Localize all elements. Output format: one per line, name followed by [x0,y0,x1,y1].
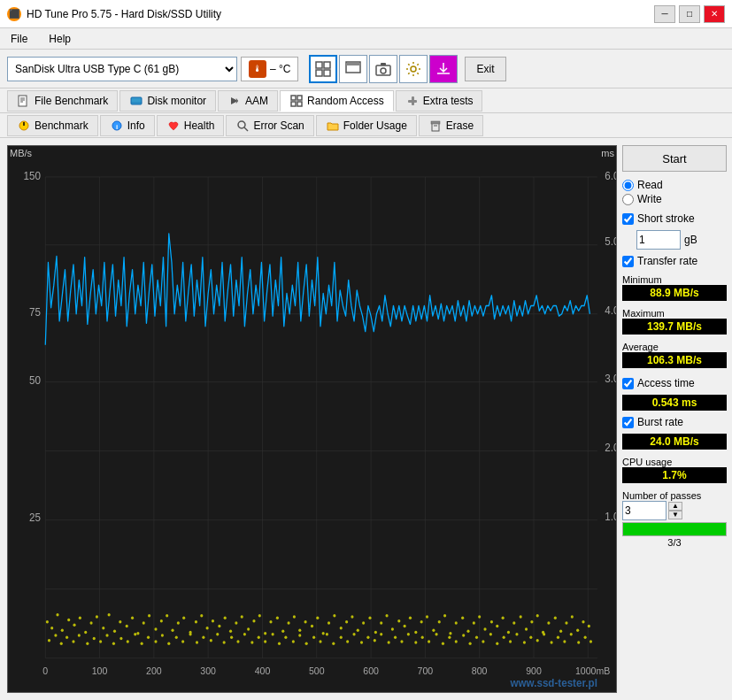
drive-select[interactable]: SanDisk Ultra USB Type C (61 gB) [7,57,237,81]
svg-point-136 [409,616,412,619]
chart-right-label: ms [601,148,614,158]
tab-file-benchmark[interactable]: File Benchmark [7,90,118,112]
passes-down-button[interactable]: ▼ [668,511,682,519]
write-label[interactable]: Write [637,193,662,205]
access-time-label[interactable]: Access time [637,377,695,389]
svg-point-154 [512,621,515,624]
svg-point-133 [391,627,394,630]
transfer-rate-label[interactable]: Transfer rate [637,255,697,267]
file-benchmark-icon [17,94,31,108]
svg-rect-30 [431,121,440,124]
svg-point-87 [126,625,128,627]
svg-point-130 [374,631,377,634]
svg-point-223 [421,636,424,639]
exit-button[interactable]: Exit [465,57,505,81]
average-value: 106.3 MB/s [622,352,727,368]
svg-point-217 [380,633,382,635]
minimize-button[interactable]: ─ [654,5,675,23]
passes-input[interactable] [622,501,667,520]
tab-info[interactable]: i Info [100,115,155,136]
svg-point-240 [536,639,539,642]
short-stroke-label[interactable]: Short stroke [637,212,695,225]
toolbar-btn-settings[interactable] [399,55,428,83]
svg-point-108 [247,627,250,630]
toolbar-btn-1[interactable] [309,55,337,83]
burst-rate-checkbox[interactable] [622,417,634,428]
svg-point-215 [366,636,369,639]
svg-point-107 [241,615,243,618]
svg-point-230 [469,642,472,645]
minimum-value: 88.9 MB/s [622,285,727,301]
toolbar: SanDisk Ultra USB Type C (61 gB) 🌡 – °C … [0,50,732,88]
svg-point-132 [385,614,388,617]
window-title: HD Tune Pro 5.75 - Hard Disk/SSD Utility [27,8,221,20]
svg-point-226 [442,642,444,645]
tab-extra-tests[interactable]: Extra tests [396,90,483,112]
tab-benchmark[interactable]: Benchmark [7,115,98,136]
read-radio[interactable] [622,180,634,191]
svg-point-100 [200,614,203,617]
svg-point-173 [78,634,81,636]
short-stroke-input[interactable] [636,230,681,250]
average-section: Average 106.3 MB/s [622,340,727,368]
svg-point-149 [483,627,486,630]
read-label[interactable]: Read [637,179,663,191]
maximize-button[interactable]: □ [679,5,700,23]
menu-help[interactable]: Help [45,31,74,47]
title-bar: ⬛ HD Tune Pro 5.75 - Hard Disk/SSD Utili… [0,0,732,28]
svg-rect-19 [291,102,296,106]
toolbar-btn-download[interactable] [429,55,458,83]
burst-rate-label[interactable]: Burst rate [637,416,683,428]
svg-point-75 [56,613,58,616]
disk-monitor-icon [129,94,143,108]
svg-rect-14 [131,97,142,104]
random-access-icon [289,94,304,108]
svg-point-219 [394,636,397,639]
svg-text:600: 600 [363,665,379,677]
svg-rect-1 [324,62,330,68]
svg-point-220 [400,640,403,642]
svg-point-125 [345,620,348,623]
svg-point-224 [428,640,430,642]
number-passes-label: Number of passes [622,490,727,501]
svg-point-99 [195,620,197,623]
svg-rect-29 [432,123,439,131]
svg-point-88 [131,616,134,619]
write-radio[interactable] [622,194,634,205]
close-button[interactable]: ✕ [704,5,725,23]
start-button[interactable]: Start [622,145,727,172]
svg-point-237 [515,633,518,635]
tab-erase-label: Erase [446,119,474,132]
svg-text:50: 50 [29,373,41,387]
svg-point-195 [230,636,233,639]
menu-file[interactable]: File [7,31,31,47]
svg-text:400: 400 [255,665,271,677]
tab-health[interactable]: Health [157,115,225,136]
svg-point-117 [298,628,301,631]
svg-point-222 [414,641,417,643]
chart-area: MB/s ms [7,145,617,693]
svg-point-152 [502,616,505,619]
short-stroke-checkbox[interactable] [622,213,634,225]
tab-folder-usage[interactable]: Folder Usage [316,115,417,136]
tab-error-scan[interactable]: Error Scan [226,115,313,136]
svg-point-92 [154,627,157,630]
svg-point-164 [571,615,574,618]
transfer-rate-checkbox[interactable] [622,256,634,267]
toolbar-btn-2[interactable] [339,55,367,83]
svg-point-227 [448,636,451,639]
svg-point-199 [258,636,260,639]
svg-point-218 [388,641,390,643]
passes-up-button[interactable]: ▲ [668,502,682,511]
access-time-checkbox[interactable] [622,378,634,389]
svg-point-186 [167,642,170,645]
svg-point-79 [79,616,81,619]
tab-erase[interactable]: Erase [419,115,483,136]
tab-random-access[interactable]: Random Access [280,90,394,112]
tab-disk-monitor[interactable]: Disk monitor [119,90,216,112]
svg-point-105 [229,630,232,633]
svg-point-194 [223,641,226,643]
tab-aam[interactable]: AAM [218,90,278,112]
tab-info-label: Info [127,119,145,132]
toolbar-btn-camera[interactable] [369,55,397,83]
